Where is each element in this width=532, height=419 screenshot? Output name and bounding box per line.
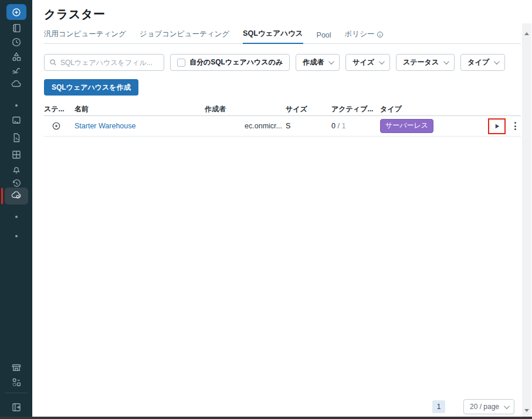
col-name: 名前 — [74, 104, 205, 114]
warehouse-creator: ec.onmicr... — [205, 122, 286, 130]
notebook-icon[interactable] — [11, 23, 22, 33]
app-window: クラスター 汎用コンピューティング ジョブコンピューティング SQLウェアハウス… — [0, 0, 532, 419]
warehouses-table: ステ... 名前 作成者 サイズ アクティブ... タイプ Starter Wa… — [44, 103, 521, 137]
collapse-sidebar-icon[interactable] — [11, 402, 22, 413]
main-content: クラスター 汎用コンピューティング ジョブコンピューティング SQLウェアハウス… — [32, 0, 522, 417]
new-plus-button[interactable] — [6, 4, 26, 20]
only-my-warehouses-toggle[interactable]: 自分のSQLウェアハウスのみ — [170, 54, 290, 71]
col-creator: 作成者 — [205, 104, 286, 114]
search-icon — [49, 59, 57, 66]
checkbox-label: 自分のSQLウェアハウスのみ — [189, 57, 283, 67]
window-bottom-border — [0, 417, 532, 419]
warehouse-name-link[interactable]: Starter Warehouse — [74, 122, 135, 130]
marketplace-store-icon[interactable] — [11, 362, 22, 373]
table-row[interactable]: Starter Warehouse ec.onmicr... S 0 / 1 サ… — [44, 116, 521, 137]
chevron-down-icon — [379, 59, 385, 64]
tab-policies[interactable]: ポリシー — [345, 29, 384, 43]
sidebar-item-sql-warehouses[interactable] — [5, 188, 28, 205]
size-filter-dropdown[interactable]: サイズ — [345, 54, 390, 71]
tab-bar: 汎用コンピューティング ジョブコンピューティング SQLウェアハウス Pool … — [44, 30, 521, 44]
sidebar-dot-icon — [15, 104, 18, 107]
checkbox[interactable] — [177, 59, 185, 67]
vertical-scrollbar[interactable] — [522, 23, 531, 417]
creator-filter-dropdown[interactable]: 作成者 — [296, 54, 340, 71]
compute-cloud-icon[interactable] — [11, 79, 22, 89]
warehouse-active-count: 0 / 1 — [331, 122, 380, 130]
type-filter-dropdown[interactable]: タイプ — [460, 54, 505, 71]
red-annotation-box — [488, 118, 506, 134]
sidebar-divider — [5, 393, 28, 393]
filter-bar: 自分のSQLウェアハウスのみ 作成者 サイズ ステータス タイプ — [44, 54, 505, 71]
chevron-down-icon — [328, 59, 334, 64]
chevron-down-icon — [443, 59, 449, 64]
table-header: ステ... 名前 作成者 サイズ アクティブ... タイプ — [44, 103, 521, 116]
col-status: ステ... — [44, 104, 74, 114]
serverless-badge: サーバーレス — [380, 119, 433, 133]
col-active: アクティブ... — [331, 104, 380, 114]
start-warehouse-play-button[interactable] — [494, 123, 500, 130]
warehouse-size: S — [286, 122, 331, 130]
sidebar-dot-icon — [15, 235, 18, 237]
status-stopped-icon — [52, 121, 61, 131]
col-type: タイプ — [380, 104, 480, 114]
more-actions-kebab-icon[interactable] — [513, 120, 517, 132]
page-title: クラスター — [44, 6, 105, 22]
col-size: サイズ — [286, 104, 331, 114]
sidebar — [0, 0, 32, 417]
search-input[interactable] — [60, 59, 159, 67]
warehouse-search[interactable] — [44, 54, 164, 71]
plus-circle-icon — [12, 8, 21, 17]
dashboards-grid-icon[interactable] — [11, 149, 22, 160]
alerts-bell-icon[interactable] — [11, 164, 22, 175]
pagination-page-1[interactable]: 1 — [432, 400, 445, 413]
tab-sql-warehouses[interactable]: SQLウェアハウス — [243, 29, 303, 44]
red-annotation-bar — [1, 188, 3, 204]
tab-all-purpose-compute[interactable]: 汎用コンピューティング — [44, 29, 126, 43]
tab-job-compute[interactable]: ジョブコンピューティング — [140, 29, 229, 43]
create-warehouse-button[interactable]: SQLウェアハウスを作成 — [44, 79, 138, 96]
scroll-up-arrow-icon[interactable] — [524, 32, 529, 35]
partner-connect-icon[interactable] — [11, 377, 22, 387]
page-size-select[interactable]: 20 / page — [463, 399, 514, 414]
info-icon — [377, 31, 384, 38]
sql-warehouses-cloud-icon — [11, 190, 22, 201]
sidebar-dot-icon — [15, 216, 18, 218]
queries-file-icon[interactable] — [11, 132, 22, 143]
scroll-down-arrow-icon[interactable] — [524, 409, 529, 412]
chevron-down-icon — [494, 59, 500, 64]
recents-clock-icon[interactable] — [11, 37, 22, 47]
catalog-icon[interactable] — [11, 52, 22, 62]
tab-pool[interactable]: Pool — [317, 31, 331, 43]
chevron-down-icon — [504, 403, 510, 409]
status-filter-dropdown[interactable]: ステータス — [396, 54, 455, 71]
workflows-icon[interactable] — [11, 65, 22, 76]
sql-editor-icon[interactable] — [11, 115, 22, 125]
